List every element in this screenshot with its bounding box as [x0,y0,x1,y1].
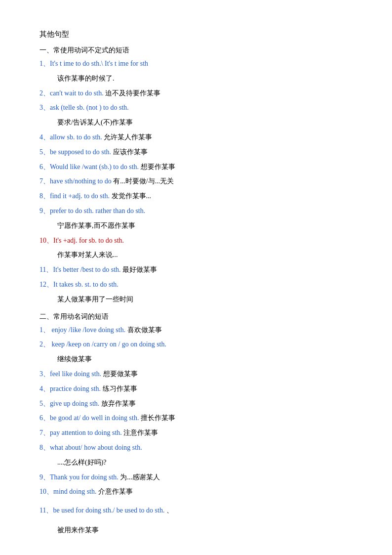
list-item: 5、be supposed to do sth. 应该作某事 [39,146,353,158]
item-english: 6、Would like /want (sb.) to do sth. [39,163,139,171]
list-item: 9、prefer to do sth. rather than do sth. [39,205,353,217]
list-item: 1、 enjoy /like /love doing sth. 喜欢做某事 [39,324,353,336]
list-item: 1、It's t ime to do sth.\ It's t ime for … [39,58,353,70]
list-item-indent: 继续做某事 [39,353,353,365]
item-english: 9、Thank you for doing sth. [39,473,118,481]
item-english: 8、find it +adj. to do sth. [39,192,110,200]
list-item: 8、find it +adj. to do sth. 发觉作某事... [39,190,353,202]
list-item-indent: 作某事对某人来说... [39,249,353,261]
list-item: 7、pay attention to doing sth. 注意作某事 [39,427,353,439]
item-english: 2、 keep /keep on /carry on / go on doing… [39,341,166,348]
main-title: 其他句型 [39,30,353,39]
page-content: 其他句型 一、常使用动词不定式的短语 1、It's t ime to do st… [39,30,353,536]
section2-title: 二、常用动名词的短语 [39,312,353,321]
item-english: 3、feel like doing sth. [39,370,101,378]
list-item-indent: 被用来作某事 [39,524,353,536]
list-item-indent: ....怎么样(好吗)? [39,457,353,469]
list-item: 10、It's +adj. for sb. to do sth. [39,235,353,247]
item-english: 5、be supposed to do sth. [39,148,111,156]
list-item: 3、feel like doing sth. 想要做某事 [39,368,353,380]
list-item: 4、allow sb. to do sth. 允许某人作某事 [39,131,353,143]
list-item: 8、what about/ how about doing sth. [39,442,353,454]
list-item: 7、have sth/nothing to do 有...时要做/与...无关 [39,175,353,187]
item-english: 6、be good at/ do well in doing sth. [39,414,139,422]
item-english: 8、what about/ how about doing sth. [39,444,142,451]
item-english: 7、pay attention to doing sth. [39,429,122,436]
item-english: 11、It's better /best to do sth. [39,266,121,273]
list-item-indent: 某人做某事用了一些时间 [39,294,353,305]
list-item: 5、give up doing sth. 放弃作某事 [39,398,353,410]
item-english: 1、 enjoy /like /love doing sth. [39,326,125,334]
list-item: 6、be good at/ do well in doing sth. 擅长作某… [39,412,353,424]
item-english-red: 10、It's +adj. for sb. to do sth. [39,237,124,244]
list-item: 3、ask (telle sb. (not ) to do sth. [39,102,353,114]
list-item-indent: 宁愿作某事,而不愿作某事 [39,220,353,232]
item-english: 3、ask (telle sb. (not ) to do sth. [39,104,129,111]
list-item: 2、 keep /keep on /carry on / go on doing… [39,339,353,350]
list-item: 10、mind doing sth. 介意作某事 [39,486,353,498]
list-item: 4、practice doing sth. 练习作某事 [39,383,353,395]
item-english: 7、have sth/nothing to do [39,177,112,185]
list-item-indent: 要求/告诉某人(不)作某事 [39,117,353,128]
item-english: 11、be used for doing sth./ be used to do… [39,507,164,514]
item-english: 12、It takes sb. st. to do sth. [39,281,118,288]
list-item: 11、It's better /best to do sth. 最好做某事 [39,264,353,276]
item-english: 5、give up doing sth. [39,400,99,407]
item-english: 9、prefer to do sth. rather than do sth. [39,207,145,214]
item-english: 4、allow sb. to do sth. [39,133,102,141]
list-item: 9、Thank you for doing sth. 为...感谢某人 [39,471,353,483]
list-item: 11、be used for doing sth./ be used to do… [39,505,353,516]
item-english: 10、mind doing sth. [39,488,97,495]
section1-title: 一、常使用动词不定式的短语 [39,46,353,55]
list-item: 12、It takes sb. st. to do sth. [39,279,353,291]
list-item: 6、Would like /want (sb.) to do sth. 想要作某… [39,161,353,173]
item-english: 1、It's t ime to do sth.\ It's t ime for … [39,60,148,67]
item-english: 4、practice doing sth. [39,385,101,392]
list-item-indent: 该作某事的时候了. [39,73,353,85]
list-item: 2、can't wait to do sth. 迫不及待要作某事 [39,87,353,99]
item-english: 2、can't wait to do sth. [39,89,104,97]
